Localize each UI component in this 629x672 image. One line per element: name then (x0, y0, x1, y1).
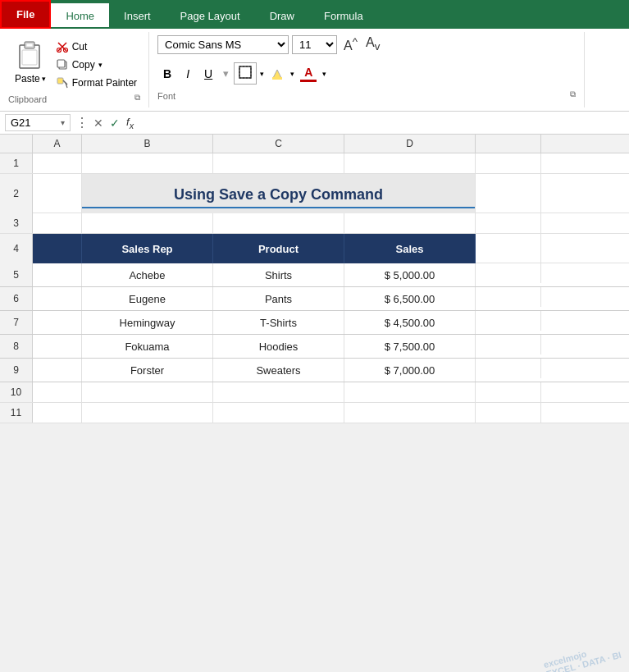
copy-label: Copy (72, 59, 95, 71)
tab-draw[interactable]: Draw (255, 3, 309, 29)
border-button[interactable] (234, 62, 257, 85)
tab-page-layout[interactable]: Page Layout (166, 3, 255, 29)
cut-icon (56, 40, 69, 53)
svg-rect-15 (272, 77, 282, 80)
cell-reference-box[interactable]: G21 ▾ (5, 114, 71, 131)
cell-d9[interactable]: $ 7,000.00 (344, 359, 476, 382)
cell-b3[interactable] (82, 213, 213, 233)
cell-b1[interactable] (82, 153, 213, 173)
cell-e2[interactable] (476, 174, 541, 213)
cell-b8[interactable]: Fokuama (82, 335, 213, 358)
bold-button[interactable]: B (157, 65, 177, 83)
cell-a6[interactable] (33, 287, 82, 310)
cell-c5[interactable]: Shirts (213, 263, 344, 286)
cell-b2-merged[interactable]: Using Save a Copy Command (82, 174, 476, 213)
cell-e9[interactable] (476, 359, 541, 378)
font-color-indicator (300, 80, 317, 82)
format-painter-button[interactable]: Format Painter (52, 75, 140, 91)
clipboard-dialog-launcher[interactable]: ⧉ (134, 93, 140, 103)
font-dialog-launcher[interactable]: ⧉ (570, 89, 576, 99)
formula-input[interactable] (139, 115, 624, 130)
cell-a5[interactable] (33, 263, 82, 286)
cell-d6[interactable]: $ 6,500.00 (344, 287, 476, 310)
fill-color-dropdown[interactable]: ▾ (290, 70, 294, 78)
cell-e1[interactable] (476, 153, 541, 173)
cell-c1[interactable] (213, 153, 344, 173)
underline-options[interactable]: ▾ (221, 67, 230, 80)
cell-a8[interactable] (33, 335, 82, 358)
row-num-6: 6 (0, 287, 33, 310)
cell-d1[interactable] (344, 153, 476, 173)
cell-b5[interactable]: Achebe (82, 263, 213, 286)
cell-e8[interactable] (476, 335, 541, 354)
font-name-select[interactable]: Comic Sans MS (157, 35, 289, 54)
cell-d3[interactable] (344, 213, 476, 233)
cell-ref-dropdown[interactable]: ▾ (61, 118, 65, 127)
cell-a1[interactable] (33, 153, 82, 173)
font-color-dropdown[interactable]: ▾ (322, 70, 326, 78)
cut-button[interactable]: Cut (52, 39, 140, 55)
cell-a11[interactable] (33, 403, 82, 423)
confirm-formula-button[interactable]: ✓ (110, 117, 120, 130)
increase-font-size-button[interactable]: A^ (340, 35, 361, 54)
cell-e7[interactable] (476, 311, 541, 331)
cell-e6[interactable] (476, 287, 541, 307)
cell-c9[interactable]: Sweaters (213, 359, 344, 382)
clipboard-group-label: Clipboard (8, 94, 47, 104)
font-size-select[interactable]: 11 (292, 35, 337, 54)
cell-c7[interactable]: T-Shirts (213, 311, 344, 334)
insert-function-button[interactable]: fx (126, 116, 134, 130)
row-num-8: 8 (0, 335, 33, 358)
tab-formula[interactable]: Formula (309, 3, 378, 29)
cell-b6[interactable]: Eugene (82, 287, 213, 310)
cell-b11[interactable] (82, 403, 213, 423)
cell-c3[interactable] (213, 213, 344, 233)
cell-b4[interactable]: Sales Rep (82, 234, 213, 263)
row-num-10: 10 (0, 382, 33, 402)
tab-file[interactable]: File (0, 0, 51, 29)
cell-d7[interactable]: $ 4,500.00 (344, 311, 476, 334)
cell-e5[interactable] (476, 263, 541, 283)
tab-insert[interactable]: Insert (109, 3, 166, 29)
cell-e10[interactable] (476, 382, 541, 402)
decrease-font-size-button[interactable]: Av (362, 35, 383, 54)
paste-dropdown-arrow[interactable]: ▾ (42, 75, 46, 83)
cell-a9[interactable] (33, 359, 82, 382)
row-num-11: 11 (0, 403, 33, 423)
fill-color-button[interactable] (267, 66, 287, 82)
cell-d5[interactable]: $ 5,000.00 (344, 263, 476, 286)
copy-button[interactable]: Copy ▾ (52, 57, 140, 73)
underline-button[interactable]: U (198, 65, 218, 83)
row-num-9: 9 (0, 359, 33, 382)
cell-b9[interactable]: Forster (82, 359, 213, 382)
cell-c10[interactable] (213, 382, 344, 402)
border-dropdown[interactable]: ▾ (260, 70, 264, 78)
cell-a2[interactable] (33, 174, 82, 213)
italic-button[interactable]: I (180, 65, 195, 83)
cell-a4[interactable] (33, 234, 82, 263)
cell-a10[interactable] (33, 382, 82, 402)
font-color-button[interactable]: A (298, 65, 319, 83)
cell-d11[interactable] (344, 403, 476, 423)
paste-button[interactable]: Paste ▾ (8, 35, 52, 91)
row-5: 5 Achebe Shirts $ 5,000.00 (0, 263, 629, 287)
cell-e3[interactable] (476, 213, 541, 233)
cell-b10[interactable] (82, 382, 213, 402)
cell-d10[interactable] (344, 382, 476, 402)
cancel-formula-button[interactable]: ✕ (93, 117, 103, 130)
cell-c6[interactable]: Pants (213, 287, 344, 310)
cell-b7[interactable]: Hemingway (82, 311, 213, 334)
copy-dropdown-arrow[interactable]: ▾ (98, 61, 103, 69)
row-num-7: 7 (0, 311, 33, 334)
cell-e4[interactable] (476, 234, 541, 263)
cell-c8[interactable]: Hoodies (213, 335, 344, 358)
cell-c4[interactable]: Product (213, 234, 344, 263)
cell-c11[interactable] (213, 403, 344, 423)
clipboard-group: Paste ▾ Cut (0, 32, 149, 107)
tab-home[interactable]: Home (51, 3, 109, 29)
cell-d8[interactable]: $ 7,500.00 (344, 335, 476, 358)
cell-d4[interactable]: Sales (344, 234, 476, 263)
cell-a7[interactable] (33, 311, 82, 334)
cell-e11[interactable] (476, 403, 541, 423)
cell-a3[interactable] (33, 213, 82, 233)
